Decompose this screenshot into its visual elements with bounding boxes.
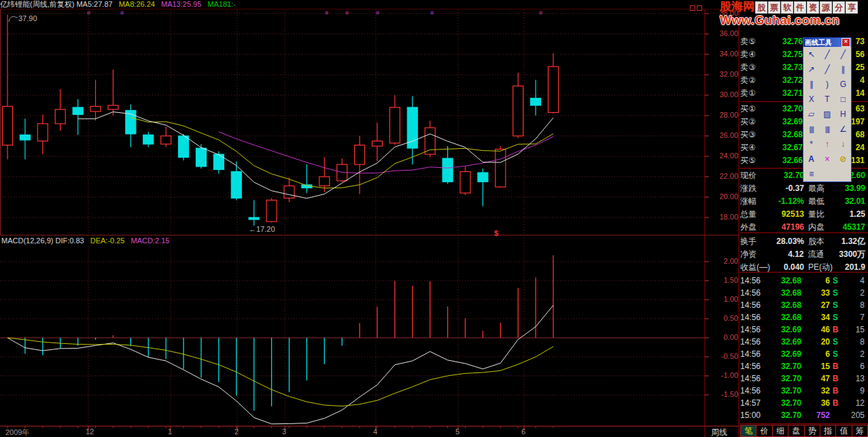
regression-channel-tool[interactable]: ▨: [819, 107, 835, 122]
info-value: 1.32亿: [839, 235, 867, 247]
tick-price: 32.68: [767, 287, 801, 299]
channel-line-tool[interactable]: ∥: [803, 77, 819, 92]
period-label[interactable]: 周线: [711, 427, 727, 437]
drawing-tool-grid: ↖╱╱↗╱∥∥)GXT□▱▨H||||||||∠*↑↓A×⊘≡: [803, 47, 851, 181]
info-value: 33.99: [839, 182, 867, 194]
tick-row: 14:5632.686S4: [740, 275, 867, 287]
order-price: 32.72: [763, 74, 803, 86]
info-label: 总量: [740, 208, 769, 220]
time-axis-bar: 2009年12123456: [0, 426, 739, 437]
line-tool[interactable]: ╱: [835, 47, 851, 62]
tick-time: 14:56: [740, 372, 767, 385]
tab-笔[interactable]: 笔: [741, 425, 757, 436]
time-line-tool[interactable]: T: [819, 92, 835, 107]
drawing-toolbar-titlebar[interactable]: 画线工具 ×: [803, 38, 851, 47]
parallel-line-tool[interactable]: ∥: [835, 62, 851, 77]
month-label: 6: [521, 427, 525, 436]
dividend-event-marker: $: [494, 229, 498, 237]
close-icon[interactable]: ×: [841, 38, 850, 47]
quote-info-row: 换手28.03%股本1.32亿: [740, 235, 867, 247]
info-value: 32.70: [769, 169, 804, 181]
cycle-lines-tool[interactable]: ||||: [819, 122, 835, 137]
trend-line-tool[interactable]: ╱: [819, 62, 835, 77]
svg-text:¤: ¤: [345, 10, 349, 16]
month-label: 4: [373, 427, 377, 436]
info-value: 32.01: [839, 195, 867, 207]
tab-盘[interactable]: 盘: [788, 425, 804, 436]
tick-count: 4: [841, 275, 867, 287]
watermark-brand: 股海网: [720, 0, 754, 13]
price-axis-label: 28.00: [707, 111, 738, 119]
vertical-lines-tool[interactable]: ||||: [803, 122, 819, 137]
text-tool[interactable]: A: [803, 152, 819, 167]
erase-tool[interactable]: ⊘: [835, 152, 851, 167]
tick-flag: S: [830, 287, 841, 299]
list-tool[interactable]: ≡: [803, 167, 819, 181]
gann-rays-tool[interactable]: *: [803, 137, 819, 152]
tick-time: 15:00: [740, 409, 767, 421]
order-level-label: 买⑤: [740, 154, 763, 167]
info-value: -0.37: [769, 182, 804, 194]
tab-价[interactable]: 价: [757, 425, 772, 436]
tab-细[interactable]: 细: [773, 425, 788, 436]
fan-lines-tool[interactable]: ∠: [835, 122, 851, 137]
info-label: 股本: [804, 235, 839, 247]
tab-值[interactable]: 值: [836, 425, 852, 436]
drawing-toolbar-title: 画线工具: [803, 38, 841, 47]
tab-筹[interactable]: 筹: [852, 425, 867, 436]
down-arrow-tool[interactable]: ↓: [835, 137, 851, 152]
tab-势[interactable]: 势: [805, 425, 820, 436]
price-axis-label: 20.00: [707, 192, 738, 200]
macd-label-row: MACD(12,26,9) DIF:0.83 DEA:-0.25 MACD:2.…: [1, 237, 169, 245]
tick-row: 14:5732.7036B12: [740, 397, 867, 409]
tick-row: 14:5632.6834S7: [740, 311, 867, 324]
tick-count: 2: [841, 287, 867, 299]
up-arrow-tool[interactable]: ↑: [819, 137, 835, 152]
svg-text:¤: ¤: [376, 10, 379, 16]
tick-flag: B: [830, 397, 841, 409]
price-axis-label: 22.00: [707, 172, 738, 180]
golden-section-tool[interactable]: G: [835, 77, 851, 92]
tick-price: 32.70: [767, 409, 801, 421]
info-label: 流通: [804, 248, 839, 260]
macd-axis-label: -1.50: [707, 390, 738, 398]
info-label: 量比: [804, 208, 839, 220]
order-price: 32.75: [763, 48, 803, 60]
arrow-line-tool[interactable]: ↗: [803, 62, 819, 77]
range-tool[interactable]: H: [835, 107, 851, 122]
tick-volume: 20: [801, 336, 830, 348]
sidebar-tab-bar: 笔价细盘势指值筹: [740, 425, 868, 437]
rectangle-tool[interactable]: □: [835, 92, 851, 107]
watermark-slogan-char: 资: [807, 1, 819, 14]
tick-price: 32.69: [767, 348, 801, 360]
tick-volume: 6: [801, 348, 830, 360]
month-label: 2: [235, 427, 239, 436]
arc-tool[interactable]: ): [819, 77, 835, 92]
percent-line-tool[interactable]: X: [803, 92, 819, 107]
segment-tool[interactable]: ╱: [819, 47, 835, 62]
price-axis-label: 30.00: [707, 90, 738, 99]
tick-row: 14:5632.6827S8: [740, 299, 867, 311]
tick-volume: 33: [801, 287, 830, 299]
order-price: 32.70: [763, 103, 803, 115]
tick-flag: S: [830, 336, 841, 348]
sidebar-divider: [740, 423, 868, 424]
tick-volume: 47: [801, 372, 830, 385]
order-level-label: 买①: [740, 103, 763, 115]
tick-flag: S: [830, 348, 841, 360]
price-axis-label: 36.00: [707, 29, 738, 37]
quote-info-row: 涨幅-1.12%最低32.01: [740, 195, 867, 207]
tick-flag: B: [830, 360, 841, 372]
tab-指[interactable]: 指: [820, 425, 836, 436]
order-price: 32.71: [763, 87, 803, 99]
tick-time: 14:56: [740, 299, 767, 311]
delete-tool[interactable]: ×: [819, 152, 835, 167]
tick-row: 14:5632.6920S8: [740, 336, 867, 348]
price-axis-label: 18.00: [707, 213, 738, 221]
pointer-tool[interactable]: ↖: [803, 47, 819, 62]
drawing-toolbar: 画线工具 × ↖╱╱↗╱∥∥)GXT□▱▨H||||||||∠*↑↓A×⊘≡: [803, 37, 852, 182]
tick-count: 2: [841, 348, 867, 360]
tick-count: 7: [841, 311, 867, 324]
price-channel-tool[interactable]: ▱: [803, 107, 819, 122]
order-level-label: 卖②: [740, 74, 763, 86]
